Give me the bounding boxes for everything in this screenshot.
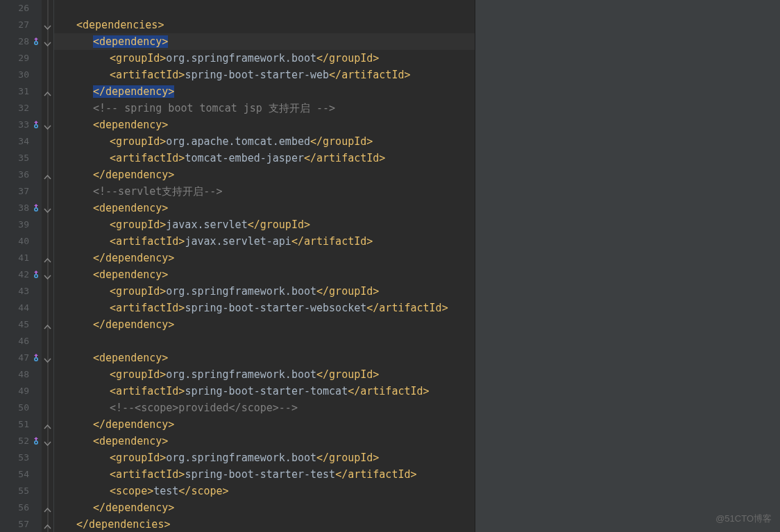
- svg-point-3: [35, 126, 37, 127]
- code-line[interactable]: <dependency>: [60, 117, 475, 133]
- gutter-marker-icon[interactable]: [32, 204, 40, 212]
- fold-close-icon[interactable]: [44, 88, 51, 96]
- fold-cell: [42, 516, 53, 532]
- gutter-marker-icon[interactable]: [32, 271, 40, 279]
- line-number: 48: [0, 366, 42, 383]
- code-line[interactable]: <artifactId>tomcat-embed-jasper</artifac…: [60, 150, 475, 166]
- xml-tag: <dependency>: [93, 119, 168, 131]
- fold-close-icon[interactable]: [44, 421, 51, 429]
- code-line[interactable]: <dependency>: [60, 33, 475, 50]
- code-line[interactable]: </dependency>: [60, 250, 475, 266]
- xml-tag: <artifactId>: [110, 69, 185, 81]
- gutter-marker-icon[interactable]: [32, 354, 40, 362]
- xml-tag: <dependency>: [93, 435, 168, 447]
- fold-cell: [42, 466, 53, 483]
- line-number: 32: [0, 100, 42, 117]
- fold-close-icon[interactable]: [44, 504, 51, 512]
- fold-open-icon[interactable]: [44, 22, 51, 29]
- xml-tag: </dependencies>: [76, 518, 170, 531]
- code-line[interactable]: <artifactId>spring-boot-starter-web</art…: [60, 67, 475, 83]
- code-line[interactable]: [60, 0, 475, 17]
- fold-close-icon[interactable]: [44, 255, 51, 262]
- svg-point-5: [35, 209, 37, 210]
- code-line[interactable]: <dependency>: [60, 200, 475, 216]
- code-line[interactable]: <groupId>org.springframework.boot</group…: [60, 449, 475, 466]
- code-line[interactable]: </dependency>: [60, 316, 475, 333]
- xml-tag: </groupId>: [316, 285, 379, 298]
- fold-cell: [42, 499, 53, 516]
- code-line[interactable]: <groupId>org.apache.tomcat.embed</groupI…: [60, 133, 475, 150]
- gutter-marker-icon[interactable]: [32, 437, 40, 445]
- code-line[interactable]: <artifactId>spring-boot-starter-test</ar…: [60, 466, 475, 483]
- code-line[interactable]: <dependencies>: [60, 17, 475, 33]
- code-line[interactable]: [60, 333, 475, 350]
- xml-text: org.springframework.boot: [166, 368, 316, 381]
- gutter-marker-icon[interactable]: [32, 121, 40, 129]
- xml-text: spring-boot-starter-websocket: [185, 302, 366, 314]
- code-line[interactable]: <groupId>org.springframework.boot</group…: [60, 283, 475, 300]
- xml-tag: <artifactId>: [110, 152, 185, 164]
- code-line[interactable]: <groupId>org.springframework.boot</group…: [60, 50, 475, 67]
- xml-tag: <scope>: [110, 485, 153, 497]
- code-area[interactable]: <dependencies><dependency><groupId>org.s…: [54, 0, 475, 532]
- xml-tag: </artifactId>: [304, 152, 385, 164]
- svg-point-7: [35, 275, 37, 277]
- code-line[interactable]: </dependencies>: [60, 516, 475, 532]
- code-line[interactable]: </dependency>: [60, 416, 475, 433]
- xml-text: javax.servlet: [166, 218, 247, 231]
- fold-open-icon[interactable]: [44, 38, 51, 46]
- fold-cell: [42, 400, 53, 416]
- line-number: 41: [0, 250, 42, 266]
- fold-open-icon[interactable]: [44, 438, 51, 445]
- watermark: @51CTO博客: [715, 513, 772, 525]
- line-number: 35: [0, 150, 42, 166]
- code-line[interactable]: <dependency>: [60, 350, 475, 366]
- fold-cell: [42, 183, 53, 200]
- line-number: 29: [0, 50, 42, 67]
- fold-cell: [42, 200, 53, 216]
- code-line[interactable]: <scope>test</scope>: [60, 483, 475, 499]
- xml-text: spring-boot-starter-tomcat: [185, 385, 348, 397]
- xml-tag: <groupId>: [110, 452, 166, 464]
- svg-point-9: [35, 359, 37, 360]
- fold-close-icon[interactable]: [44, 521, 51, 529]
- xml-text: test: [153, 485, 178, 497]
- code-line[interactable]: </dependency>: [60, 499, 475, 516]
- fold-open-icon[interactable]: [44, 121, 51, 129]
- code-line[interactable]: <artifactId>javax.servlet-api</artifactI…: [60, 233, 475, 250]
- code-line[interactable]: <groupId>javax.servlet</groupId>: [60, 216, 475, 233]
- code-editor[interactable]: 2627282930313233343536373839404142434445…: [0, 0, 780, 532]
- code-line[interactable]: <groupId>org.springframework.boot</group…: [60, 366, 475, 383]
- code-line[interactable]: <dependency>: [60, 433, 475, 449]
- xml-text: org.apache.tomcat.embed: [166, 135, 310, 148]
- line-number: 57: [0, 516, 42, 532]
- gutter-marker-icon[interactable]: [32, 37, 40, 46]
- line-number: 55: [0, 483, 42, 499]
- line-number: 27: [0, 17, 42, 33]
- code-line[interactable]: <!--<scope>provided</scope>-->: [60, 400, 475, 416]
- fold-open-icon[interactable]: [44, 271, 51, 279]
- xml-comment: <!--<scope>provided</scope>-->: [110, 402, 298, 414]
- code-line[interactable]: <!--servlet支持开启-->: [60, 183, 475, 200]
- code-line[interactable]: </dependency>: [60, 166, 475, 183]
- xml-tag: </dependency>: [93, 318, 174, 331]
- fold-cell: [42, 433, 53, 449]
- xml-tag: </artifactId>: [348, 385, 429, 397]
- xml-tag: </artifactId>: [335, 468, 416, 481]
- code-line[interactable]: <!-- spring boot tomcat jsp 支持开启 -->: [60, 100, 475, 117]
- fold-open-icon[interactable]: [44, 354, 51, 362]
- fold-close-icon[interactable]: [44, 321, 51, 329]
- line-number: 54: [0, 466, 42, 483]
- code-line[interactable]: <artifactId>spring-boot-starter-websocke…: [60, 300, 475, 316]
- line-number: 39: [0, 216, 42, 233]
- code-line[interactable]: </dependency>: [60, 83, 475, 100]
- xml-tag: </artifactId>: [329, 69, 410, 81]
- code-line[interactable]: <dependency>: [60, 266, 475, 283]
- xml-tag: </groupId>: [248, 218, 310, 231]
- fold-open-icon[interactable]: [44, 205, 51, 212]
- line-number: 56: [0, 499, 42, 516]
- fold-close-icon[interactable]: [44, 171, 51, 179]
- code-line[interactable]: <artifactId>spring-boot-starter-tomcat</…: [60, 383, 475, 400]
- line-number: 42: [0, 266, 42, 283]
- xml-tag: <groupId>: [110, 52, 166, 65]
